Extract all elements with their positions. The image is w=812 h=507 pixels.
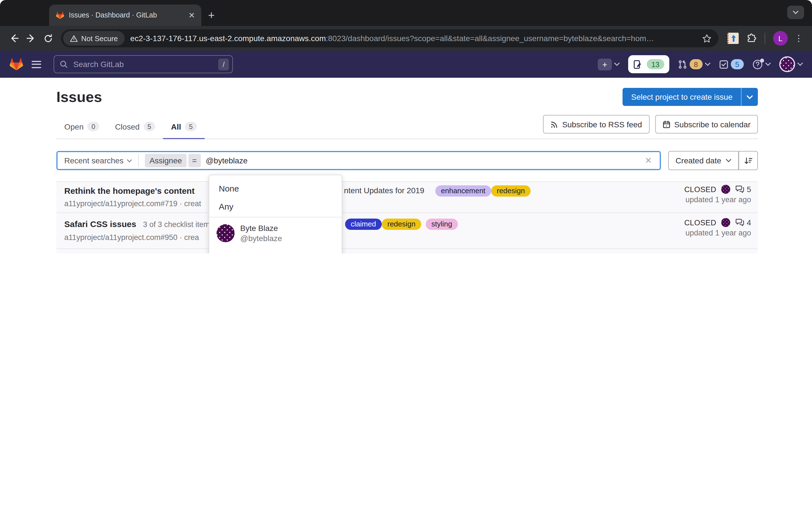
issues-count-badge: 13 [647,59,664,69]
create-issue-split-button: Select project to create issue [622,88,758,106]
new-menu-button[interactable]: + [598,58,620,70]
rss-icon [550,120,558,128]
filter-clear-icon[interactable]: ✕ [639,156,658,166]
label-claimed[interactable]: claimed [345,219,382,230]
gitlab-navbar: / + 13 8 [0,51,812,78]
assignee-option-any[interactable]: Any [209,197,342,215]
subscribe-calendar-button[interactable]: Subscribe to calendar [655,115,758,133]
tab-title: Issues · Dashboard · GitLab [69,11,182,19]
label-styling[interactable]: styling [426,219,458,230]
forward-button[interactable] [22,30,40,47]
search-shortcut-key: / [218,58,229,70]
bookmark-star-icon[interactable] [702,34,712,43]
todos-nav-button[interactable]: 5 [719,59,744,69]
issue-reference: a11yproject/a11yproject.com#950 · crea [64,232,750,243]
issue-row[interactable]: CSS Grid breaks text wrapping for sma a1… [56,249,758,253]
sort-field-dropdown[interactable]: Created date [668,151,739,170]
tab-closed[interactable]: Closed 5 [107,116,163,138]
url-text[interactable]: ec2-3-137-176-117.us-east-2.compute.amaz… [130,34,699,43]
filter-divider [138,154,139,167]
comments-count[interactable]: 4 [735,218,751,227]
url-host: ec2-3-137-176-117.us-east-2.compute.amaz… [130,34,326,43]
filter-token-value[interactable]: @byteblaze [206,156,248,165]
issue-row[interactable]: Rethink the homepage's content a11yproje… [56,182,758,213]
recent-searches-dropdown[interactable]: Recent searches [64,156,132,165]
page-title: Issues [56,88,102,106]
issue-row[interactable]: Safari CSS issues 3 of 3 checklist item … [56,213,758,249]
help-icon [752,59,763,69]
plus-icon: + [598,58,612,70]
gitlab-logo[interactable] [9,57,24,71]
select-project-to-create-issue-button[interactable]: Select project to create issue [622,88,741,106]
todo-check-icon [719,59,728,69]
gitlab-favicon [56,11,64,19]
screen: Issues · Dashboard · GitLab ✕ + Not Secu… [0,0,812,253]
all-count-badge: 5 [185,122,197,131]
mr-count-badge: 8 [689,59,702,69]
issues-nav-button[interactable]: 13 [628,55,669,73]
new-tab-button[interactable]: + [208,10,214,21]
user-username: @byteblaze [240,233,282,243]
back-button[interactable] [6,30,22,47]
help-menu-button[interactable] [752,59,771,69]
browser-tabstrip: Issues · Dashboard · GitLab ✕ + [0,0,812,26]
assignee-dropdown: None Any Byte Blaze @byteblaze BinhNguye… [209,175,342,253]
assignee-option-user[interactable]: BinhNguyen @IHNEL [209,249,342,253]
updated-timestamp: updated 1 year ago [686,195,751,204]
extensions-puzzle-icon[interactable] [743,30,760,47]
help-notification-dot [760,58,764,62]
assignee-avatar[interactable] [721,218,730,227]
merge-requests-nav-button[interactable]: 8 [677,59,710,69]
user-menu-button[interactable] [779,56,803,72]
not-secure-chip[interactable]: Not Secure [63,31,124,46]
state-tabs: Open 0 Closed 5 All 5 Subscribe to RSS f… [56,115,758,139]
create-issue-dropdown-caret[interactable] [741,88,758,106]
tab-open[interactable]: Open 0 [56,116,107,138]
browser-toolbar: Not Secure ec2-3-137-176-117.us-east-2.c… [0,26,812,51]
address-bar[interactable]: Not Secure ec2-3-137-176-117.us-east-2.c… [61,29,718,47]
closed-count-badge: 5 [144,122,155,131]
subscribe-rss-button[interactable]: Subscribe to RSS feed [543,115,649,133]
comments-count[interactable]: 5 [735,185,751,194]
merge-request-icon [677,59,687,69]
todo-count-badge: 5 [731,59,744,69]
gitlab-search-box[interactable]: / [54,55,233,73]
tab-close-icon[interactable]: ✕ [187,10,197,20]
status-badge: CLOSED [684,218,716,227]
checklist-progress: 3 of 3 checklist item [143,219,210,230]
search-icon [60,60,68,68]
calendar-icon [662,120,670,128]
tab-search-button[interactable] [787,6,804,19]
updated-timestamp: updated 1 year ago [686,229,751,237]
filter-token-operator[interactable]: = [188,154,200,167]
not-secure-label: Not Secure [81,34,118,43]
assignee-option-user[interactable]: Byte Blaze @byteblaze [209,217,342,249]
hamburger-menu-icon[interactable] [32,59,41,70]
bookmark-extension-icon[interactable] [727,33,739,44]
search-input[interactable] [72,59,214,69]
sort-direction-button[interactable] [739,151,758,170]
label-enhancement[interactable]: enhancement [435,185,491,196]
user-avatar [779,56,795,72]
browser-menu-icon[interactable]: ⋮ [795,33,803,43]
label-redesign[interactable]: redesign [491,185,530,196]
issue-milestone: ntent Updates for 2019 [344,186,424,195]
assignee-avatar[interactable] [721,185,730,194]
label-redesign[interactable]: redesign [382,219,421,230]
filter-bar[interactable]: Recent searches Assignee = @byteblaze ✕ [56,151,661,170]
sort-control: Created date [668,151,758,170]
user-name: Byte Blaze [240,223,282,233]
filter-token-name[interactable]: Assignee [145,154,186,167]
open-count-badge: 0 [88,122,99,131]
issues-list: Rethink the homepage's content a11yproje… [56,181,758,253]
assignee-option-none[interactable]: None [209,179,342,197]
issues-icon [633,59,643,69]
url-path: :8023/dashboard/issues?scope=all&state=a… [326,34,654,43]
browser-profile-avatar[interactable]: L [773,31,788,46]
toolbar-divider [765,33,765,44]
browser-tab[interactable]: Issues · Dashboard · GitLab ✕ [49,4,201,26]
warning-icon [70,35,78,42]
user-avatar [216,224,235,242]
tab-all[interactable]: All 5 [163,116,204,139]
reload-button[interactable] [40,30,56,47]
